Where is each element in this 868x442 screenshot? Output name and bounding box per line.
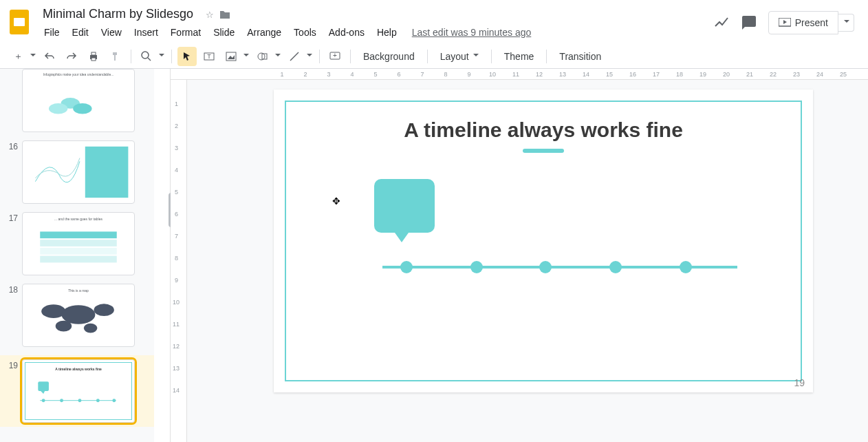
thumb-19[interactable]: 19 A timeline always works fine: [0, 355, 154, 427]
svg-point-30: [84, 324, 98, 333]
doc-title[interactable]: Minimal Charm by Slidesgo: [39, 6, 197, 23]
separator: [131, 50, 131, 63]
activity-icon[interactable]: [713, 14, 730, 31]
transition-button[interactable]: Transition: [552, 48, 608, 65]
svg-rect-23: [40, 240, 117, 246]
separator: [319, 50, 320, 63]
separator: [427, 50, 428, 63]
menu-view[interactable]: View: [96, 24, 127, 41]
menu-help[interactable]: Help: [371, 24, 402, 41]
callout-shape[interactable]: [374, 179, 435, 233]
thumb-16[interactable]: 16: [6, 140, 149, 204]
image-tool[interactable]: [221, 47, 241, 66]
new-slide-dropdown[interactable]: [28, 47, 37, 66]
slide-canvas[interactable]: A timeline always works fine ✥ 19: [274, 90, 813, 392]
timeline-dot-1[interactable]: [400, 261, 413, 273]
folder-icon[interactable]: [219, 10, 230, 21]
svg-rect-5: [91, 52, 96, 55]
shape-tool[interactable]: [253, 47, 272, 66]
canvas-area[interactable]: 1234567891011121314151617181920212223242…: [171, 69, 868, 442]
menu-slide[interactable]: Slide: [208, 24, 240, 41]
present-icon: [779, 18, 791, 28]
svg-point-36: [78, 399, 82, 402]
textbox-tool[interactable]: T: [199, 47, 219, 66]
svg-marker-32: [41, 391, 45, 394]
menu-file[interactable]: File: [39, 24, 65, 41]
thumb-15[interactable]: Infographics make your idea understandab…: [6, 69, 149, 132]
comments-icon[interactable]: [741, 14, 757, 31]
present-button-group: Present: [768, 11, 854, 34]
thumb-18[interactable]: 18 This is a map: [6, 284, 149, 347]
svg-rect-24: [40, 248, 117, 255]
svg-point-38: [112, 399, 116, 402]
present-button[interactable]: Present: [768, 11, 838, 34]
svg-line-8: [148, 58, 151, 61]
menu-addons[interactable]: Add-ons: [323, 24, 370, 41]
header-actions: Present: [713, 11, 860, 34]
svg-point-37: [96, 399, 100, 402]
shape-dropdown[interactable]: [272, 47, 282, 66]
layout-button[interactable]: Layout: [433, 48, 486, 65]
new-slide-button[interactable]: ＋: [8, 47, 28, 66]
zoom-dropdown[interactable]: [156, 47, 166, 66]
image-dropdown[interactable]: [241, 47, 250, 66]
menu-insert[interactable]: Insert: [129, 24, 164, 41]
redo-button[interactable]: [62, 47, 81, 66]
present-dropdown[interactable]: [838, 14, 854, 32]
star-icon[interactable]: ☆: [206, 10, 214, 21]
menu-arrange[interactable]: Arrange: [241, 24, 287, 41]
timeline-dot-5[interactable]: [680, 261, 692, 273]
menu-edit[interactable]: Edit: [67, 24, 94, 41]
last-edit-link[interactable]: Last edit was 9 minutes ago: [412, 24, 532, 41]
app-header: Minimal Charm by Slidesgo ☆ File Edit Vi…: [0, 0, 868, 44]
theme-button[interactable]: Theme: [497, 48, 541, 65]
filmstrip[interactable]: Infographics make your idea understandab…: [0, 69, 154, 442]
layout-label: Layout: [440, 51, 469, 62]
svg-rect-31: [38, 381, 49, 391]
line-tool[interactable]: [285, 47, 304, 66]
slide-title[interactable]: A timeline always works fine: [274, 118, 813, 142]
separator: [350, 50, 351, 63]
present-label: Present: [795, 17, 828, 28]
svg-point-7: [142, 52, 149, 59]
move-cursor-icon: ✥: [332, 196, 340, 207]
slide-border: [285, 101, 802, 381]
ruler-vertical: [154, 69, 171, 442]
thumb-17[interactable]: 17 ... and the same goes for tables: [6, 212, 149, 275]
background-button[interactable]: Background: [356, 48, 422, 65]
svg-rect-21: [85, 147, 129, 198]
undo-button[interactable]: [40, 47, 59, 66]
print-button[interactable]: [84, 47, 103, 66]
menu-tools[interactable]: Tools: [288, 24, 322, 41]
svg-point-28: [94, 304, 114, 316]
timeline-dot-2[interactable]: [470, 261, 483, 273]
select-tool[interactable]: [177, 47, 197, 66]
svg-rect-22: [40, 231, 117, 238]
timeline-dot-4[interactable]: [609, 261, 622, 273]
svg-point-34: [42, 399, 45, 402]
svg-rect-25: [40, 256, 117, 263]
separator: [171, 50, 172, 63]
separator: [546, 50, 547, 63]
slide-title-underline: [523, 149, 564, 153]
menubar: File Edit View Insert Format Slide Arran…: [39, 24, 713, 41]
slide-number: 19: [794, 377, 805, 388]
line-dropdown[interactable]: [304, 47, 314, 66]
toolbar: ＋ T + Background Layout Theme Transition: [0, 44, 868, 69]
svg-rect-1: [14, 18, 25, 26]
svg-text:T: T: [207, 53, 211, 60]
svg-marker-12: [228, 55, 235, 59]
slides-logo[interactable]: [6, 8, 33, 36]
ruler-vertical-inner: 1 2 3 4 5 6 7 8 9 10 11 12 13 14: [171, 80, 187, 442]
paint-format-button[interactable]: [106, 47, 125, 66]
svg-rect-6: [91, 58, 96, 61]
workspace: Infographics make your idea understandab…: [0, 69, 868, 442]
add-comment-button[interactable]: +: [325, 47, 345, 66]
svg-point-19: [49, 103, 67, 114]
svg-line-15: [290, 52, 299, 61]
zoom-button[interactable]: [137, 47, 156, 66]
menu-format[interactable]: Format: [165, 24, 206, 41]
timeline-dot-3[interactable]: [539, 261, 552, 273]
timeline-line[interactable]: [382, 266, 737, 269]
title-area: Minimal Charm by Slidesgo ☆ File Edit Vi…: [39, 6, 713, 41]
